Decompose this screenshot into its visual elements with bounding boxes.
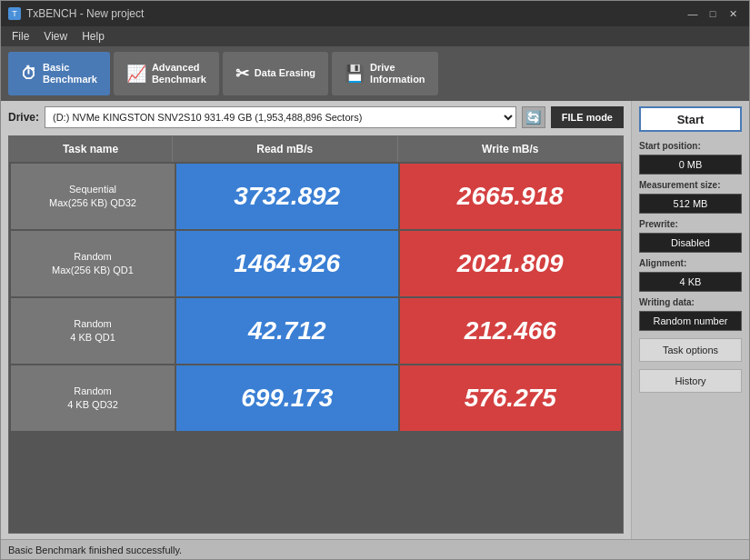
basic-benchmark-icon: ⏱ [21,65,37,84]
tab-drive-label: DriveInformation [370,62,425,85]
row-label-random-4kb-qd1: Random4 KB QD1 [11,298,175,364]
row-label-random-max-qd1: RandomMax(256 KB) QD1 [11,231,175,296]
col-write: Write mB/s [398,136,624,162]
table-row: RandomMax(256 KB) QD1 1464.926 2021.809 [11,231,621,296]
advanced-benchmark-icon: 📈 [126,64,146,84]
row-label-sequential-qd32: SequentialMax(256 KB) QD32 [11,164,175,229]
col-read: Read mB/s [173,136,398,162]
file-mode-button[interactable]: FILE mode [551,106,624,128]
row-label-random-4kb-qd32: Random4 KB QD32 [11,365,175,431]
row-read-random-4kb-qd32: 699.173 [176,365,398,431]
table-row: Random4 KB QD32 699.173 576.275 [11,365,621,431]
title-bar: T TxBENCH - New project — □ ✕ [1,1,749,26]
drive-refresh-button[interactable]: 🔄 [522,106,545,128]
tab-erasing-label: Data Erasing [255,67,315,79]
data-erasing-icon: ✂ [235,64,249,84]
toolbar: ⏱ BasicBenchmark 📈 AdvancedBenchmark ✂ D… [1,46,749,101]
row-write-random-4kb-qd1: 212.466 [400,298,622,364]
drive-information-icon: 💾 [345,64,365,84]
writing-data-value: Random number [639,311,742,331]
tab-basic-benchmark[interactable]: ⏱ BasicBenchmark [8,52,110,95]
row-read-random-4kb-qd1: 42.712 [176,298,398,364]
row-write-random-max-qd1: 2021.809 [400,231,622,296]
window-title: TxBENCH - New project [26,7,144,20]
results-table: Task name Read mB/s Write mB/s Sequentia… [8,135,624,534]
row-write-sequential-qd32: 2665.918 [400,164,622,229]
row-read-random-max-qd1: 1464.926 [176,231,398,296]
start-position-value: 0 MB [639,155,742,175]
table-body: SequentialMax(256 KB) QD32 3732.892 2665… [9,162,623,433]
close-button[interactable]: ✕ [724,6,742,21]
menu-bar: FileViewHelp [1,26,749,46]
tab-drive-information[interactable]: 💾 DriveInformation [332,52,438,95]
tab-data-erasing[interactable]: ✂ Data Erasing [223,52,328,95]
alignment-label: Alignment: [639,258,742,268]
prewrite-value: Disabled [639,233,742,253]
task-options-button[interactable]: Task options [639,338,742,362]
menu-item-view[interactable]: View [36,27,75,45]
status-bar: Basic Benchmark finished successfully. [1,539,749,559]
history-button[interactable]: History [639,369,742,393]
menu-item-help[interactable]: Help [75,27,112,45]
status-text: Basic Benchmark finished successfully. [8,545,182,555]
tab-advanced-benchmark[interactable]: 📈 AdvancedBenchmark [114,52,219,95]
main-window: T TxBENCH - New project — □ ✕ FileViewHe… [0,0,750,560]
title-bar-left: T TxBENCH - New project [8,7,144,20]
table-row: SequentialMax(256 KB) QD32 3732.892 2665… [11,164,621,229]
measurement-size-value: 512 MB [639,194,742,214]
drive-label: Drive: [8,111,39,124]
start-button[interactable]: Start [639,106,742,132]
tab-basic-label: BasicBenchmark [43,62,97,85]
col-task-name: Task name [9,136,173,162]
start-position-label: Start position: [639,141,742,151]
prewrite-label: Prewrite: [639,219,742,229]
alignment-value: 4 KB [639,272,742,292]
row-read-sequential-qd32: 3732.892 [176,164,398,229]
content-area: Drive: (D:) NVMe KINGSTON SNV2S10 931.49… [1,101,749,539]
measurement-size-label: Measurement size: [639,180,742,190]
maximize-button[interactable]: □ [704,6,722,21]
drive-row: Drive: (D:) NVMe KINGSTON SNV2S10 931.49… [8,106,624,128]
right-panel: Start Start position: 0 MB Measurement s… [631,101,749,539]
app-icon: T [8,7,21,20]
writing-data-label: Writing data: [639,297,742,307]
drive-select[interactable]: (D:) NVMe KINGSTON SNV2S10 931.49 GB (1,… [45,106,516,128]
tab-advanced-label: AdvancedBenchmark [152,62,206,85]
menu-item-file[interactable]: File [5,27,36,45]
table-row: Random4 KB QD1 42.712 212.466 [11,298,621,364]
minimize-button[interactable]: — [684,6,702,21]
main-panel: Drive: (D:) NVMe KINGSTON SNV2S10 931.49… [1,101,631,539]
row-write-random-4kb-qd32: 576.275 [400,365,622,431]
table-header: Task name Read mB/s Write mB/s [9,136,623,162]
title-controls: — □ ✕ [684,6,742,21]
